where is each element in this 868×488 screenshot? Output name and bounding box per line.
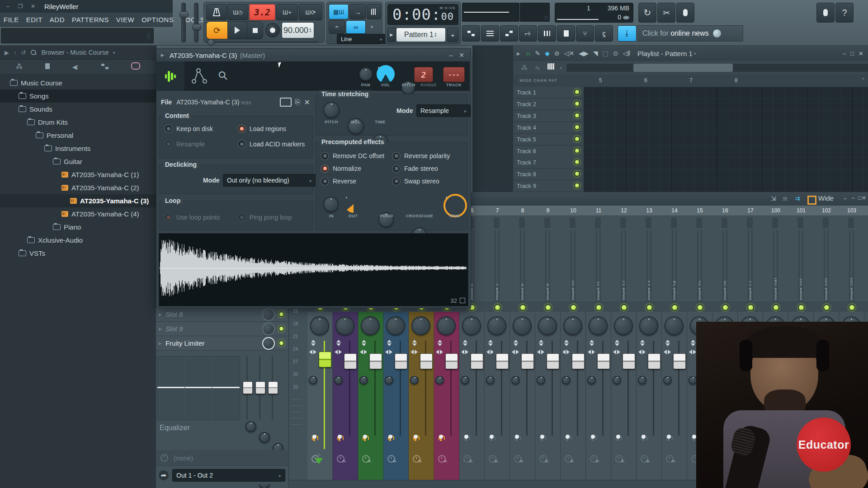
strip-pan-knob[interactable] [437, 316, 456, 335]
insert-led[interactable] [773, 304, 779, 311]
resample-radio[interactable]: Resample [164, 140, 205, 148]
search-icon[interactable] [30, 49, 37, 56]
help-button[interactable]: ? [835, 3, 854, 23]
mixer-number-7[interactable]: 7 [485, 206, 510, 216]
left-right-icon[interactable] [385, 350, 388, 354]
mixer-strip-12[interactable] [611, 312, 637, 480]
updown-icon[interactable] [539, 340, 544, 346]
select-dot[interactable] [490, 435, 494, 439]
track-led[interactable] [574, 136, 580, 142]
tree-item-at2035-yamaha-c-2-[interactable]: AT2035-Yamaha-C (2) [0, 181, 156, 194]
left-right-icon[interactable] [638, 350, 642, 354]
track-led[interactable] [574, 101, 580, 107]
playlist-track-4[interactable]: Track 4 [513, 122, 584, 134]
up-icon[interactable]: ↑ [14, 49, 17, 56]
mixer-view-label[interactable]: Wide [818, 194, 834, 202]
pattern-add-button[interactable]: + [447, 28, 458, 42]
route-icon[interactable] [392, 459, 397, 462]
close-icon[interactable]: ✕ [459, 52, 464, 59]
strip-fader[interactable] [445, 353, 458, 369]
select-dot[interactable] [414, 435, 418, 439]
chevron-down-icon[interactable]: ▼ [370, 25, 374, 29]
left-right-icon[interactable] [309, 350, 312, 354]
strip-sep-knob[interactable] [410, 376, 419, 385]
route-icon[interactable] [367, 459, 372, 462]
auto-tab-icon[interactable]: ∿ [535, 64, 540, 71]
insert-led[interactable] [646, 304, 653, 311]
select-dot[interactable] [312, 435, 316, 439]
menu-item-options[interactable]: OPTIONS [138, 16, 177, 23]
strip-sep-knob[interactable] [537, 376, 545, 385]
route-icon[interactable] [418, 459, 422, 462]
updown-icon[interactable] [412, 340, 418, 346]
route-icon[interactable] [646, 459, 650, 462]
updown-icon[interactable] [463, 340, 468, 346]
insert-led[interactable] [722, 304, 729, 311]
pattern-tab-icon[interactable] [547, 63, 555, 71]
clear-sample-icon[interactable]: ✕ [304, 98, 310, 107]
strip-pan-knob[interactable] [614, 316, 633, 335]
track-led[interactable] [574, 159, 580, 165]
rack-slot-fruity-limiter[interactable]: ▶Fruity Limiter [156, 336, 288, 351]
select-dot[interactable] [667, 435, 671, 439]
mixer-route-icon[interactable]: ⇉ [795, 195, 800, 202]
tree-item-sounds[interactable]: Sounds [0, 103, 156, 116]
playlist-track-8[interactable]: Track 8 [513, 169, 584, 180]
foot-pedal-button[interactable]: 𝄐 [329, 20, 345, 34]
waveform-display[interactable]: 32 [159, 233, 468, 306]
browser-toggle-button[interactable]: ⌐⊦ [519, 25, 537, 42]
track-led[interactable] [574, 113, 580, 118]
updown-icon[interactable] [336, 340, 342, 346]
mixer-strip-11[interactable] [586, 312, 611, 480]
mixer-strip-14[interactable] [662, 312, 687, 480]
left-right-icon[interactable] [562, 350, 566, 354]
mixer-number-15[interactable]: 15 [687, 206, 712, 216]
eq-slider-handle[interactable] [268, 381, 278, 394]
tree-item-instruments[interactable]: Instruments [0, 142, 156, 155]
route-icon[interactable] [595, 459, 599, 462]
select-dot[interactable] [540, 435, 544, 439]
tree-item-songs[interactable]: Songs [0, 89, 156, 103]
strip-fader[interactable] [648, 353, 660, 369]
eq-knob-grid[interactable] [237, 421, 287, 449]
mixer-number-14[interactable]: 14 [662, 206, 687, 216]
mixer-number-17[interactable]: 17 [738, 206, 763, 216]
insert-led[interactable] [823, 304, 830, 311]
restore-window-icon[interactable]: ❐ [15, 2, 25, 10]
tree-item-drum-kits[interactable]: Drum Kits [0, 116, 156, 129]
close-icon[interactable]: ✕ [862, 195, 866, 201]
playlist-timeline[interactable]: WIDE CHAN PAT 5678 ⌃ [513, 75, 868, 87]
tree-item-at2035-yamaha-c-4-[interactable]: AT2035-Yamaha-C (4) [0, 207, 156, 221]
playlist-track-1[interactable]: Track 1 [513, 87, 584, 99]
playlist-track-6[interactable]: Track 6 [513, 145, 584, 157]
left-right-icon[interactable] [461, 350, 464, 354]
magnet-icon[interactable]: ∩ [526, 50, 531, 57]
eq-slider-handle[interactable] [255, 381, 265, 394]
strip-pan-knob[interactable] [589, 316, 608, 335]
route-icon[interactable] [443, 459, 448, 462]
maximize-icon[interactable]: □ [858, 195, 861, 201]
load-regions-radio[interactable]: Load regions [237, 124, 286, 133]
strip-sep-knob[interactable] [359, 376, 368, 385]
mixer-number-100[interactable]: 100 [763, 206, 788, 216]
play-button[interactable] [227, 21, 247, 39]
pattern-selector[interactable]: Pattern 1▲▼ [396, 28, 446, 42]
loop-record-button[interactable]: Ш⟳ [299, 4, 322, 20]
strip-fader[interactable] [597, 353, 610, 369]
left-right-icon[interactable] [689, 350, 692, 354]
left-right-icon[interactable] [360, 350, 363, 354]
wait-for-input-button[interactable]: Ш◷ [227, 4, 248, 20]
pattern-prev-button[interactable]: ▶ [387, 28, 396, 42]
tab-chat-icon[interactable] [131, 62, 140, 71]
strip-pan-knob[interactable] [538, 316, 557, 335]
mixer-number-8[interactable]: 8 [510, 206, 535, 216]
strip-pan-knob[interactable] [513, 316, 532, 335]
mic-record-button[interactable] [676, 3, 694, 23]
fold-icon[interactable]: ⌃ [861, 77, 865, 83]
plugin-picker-button[interactable]: ⑂ [576, 25, 594, 42]
select-dot[interactable] [692, 435, 696, 439]
effect-radio-reverse[interactable]: Reverse [321, 175, 384, 188]
strip-fader[interactable] [344, 353, 357, 369]
updown-icon[interactable] [387, 340, 392, 346]
strip-fader[interactable] [623, 353, 635, 369]
